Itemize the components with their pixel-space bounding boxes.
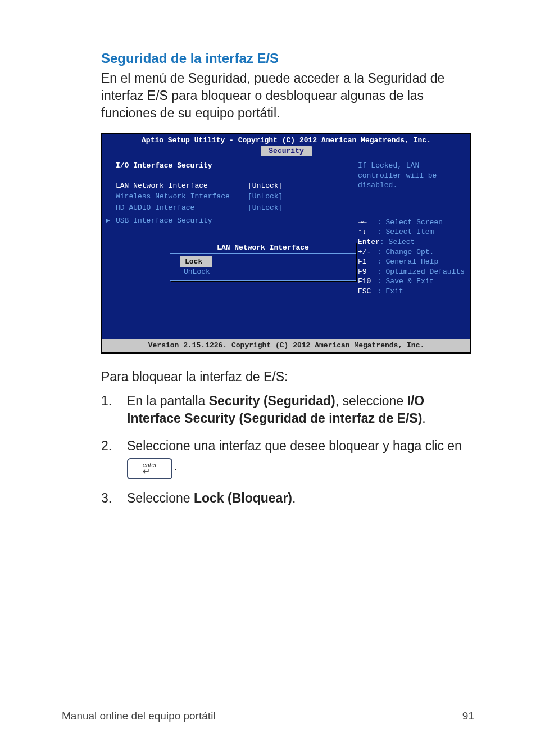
bios-footer: Version 2.15.1226. Copyright (C) 2012 Am… (102, 339, 470, 352)
bios-section-title: I/O Interface Security (116, 161, 345, 171)
enter-key-icon: enter ↵ (127, 458, 172, 479)
bios-popup: LAN Network Interface Lock UnLock (170, 242, 356, 281)
page-footer: Manual online del equipo portátil 91 (62, 704, 474, 722)
key-desc: : Select (380, 238, 415, 246)
bios-item-value: [UnLock] (248, 203, 283, 213)
option-label: Lock (180, 256, 212, 268)
key-desc: : Exit (377, 287, 403, 296)
key-name: ↑↓ (358, 227, 377, 237)
key-name: +/- (358, 247, 377, 257)
key-name: F10 (358, 277, 377, 287)
text: . (292, 491, 296, 505)
bios-help-text: If Locked, LAN controller will be disabl… (358, 161, 465, 191)
step-3: 3. Seleccione Lock (Bloquear). (101, 490, 474, 507)
keycap-glyph: ↵ (143, 467, 157, 476)
bios-item-value: [UnLock] (248, 192, 283, 202)
bios-popup-title: LAN Network Interface (170, 242, 356, 254)
bios-item-label: HD AUDIO Interface (116, 203, 248, 213)
step-2: 2. Seleccione una interfaz que desee blo… (101, 437, 474, 479)
bios-popup-option-unlock[interactable]: UnLock (180, 267, 356, 277)
bios-left-pane: I/O Interface Security LAN Network Inter… (102, 157, 351, 339)
bios-item-usb-submenu[interactable]: ▶ USB Interface Security (116, 216, 345, 226)
bios-right-pane: If Locked, LAN controller will be disabl… (351, 157, 470, 339)
bios-item-value: [UnLock] (248, 181, 283, 191)
key-name: F9 (358, 267, 377, 277)
key-name: F1 (358, 257, 377, 267)
option-label: UnLock (180, 267, 214, 277)
key-desc: : Optimized Defaults (377, 268, 465, 276)
bios-item-label: Wireless Network Interface (116, 192, 248, 202)
document-page: Seguridad de la interfaz E/S En el menú … (0, 0, 536, 756)
key-desc: : Change Opt. (377, 248, 434, 256)
bios-item-lan[interactable]: LAN Network Interface [UnLock] (116, 181, 345, 191)
text: , seleccione (335, 393, 407, 408)
key-desc: : Select Item (377, 228, 434, 236)
key-name: Enter (358, 237, 380, 247)
steps-list: 1. En la pantalla Security (Seguridad), … (101, 392, 474, 507)
intro-paragraph: En el menú de Seguridad, puede acceder a… (101, 70, 474, 122)
text: Seleccione una interfaz que desee bloque… (127, 438, 462, 453)
text: . (422, 411, 425, 425)
bios-screenshot: Aptio Setup Utility - Copyright (C) 2012… (101, 133, 471, 354)
step-number: 3. (101, 490, 127, 507)
key-name: →← (358, 218, 377, 228)
key-desc: : General Help (377, 257, 438, 266)
bold-text: Lock (Bloquear) (194, 491, 292, 505)
procedure-intro: Para bloquear la interfaz de E/S: (101, 369, 474, 384)
bios-item-label: USB Interface Security (116, 216, 248, 226)
bios-popup-option-lock[interactable]: Lock (180, 256, 356, 268)
text: Seleccione (127, 491, 194, 505)
page-number: 91 (462, 710, 474, 722)
step-body: Seleccione una interfaz que desee bloque… (127, 437, 474, 479)
step-body: En la pantalla Security (Seguridad), sel… (127, 392, 474, 427)
bios-key-legend: →←: Select Screen ↑↓: Select Item Enter:… (358, 218, 465, 296)
bios-item-wireless[interactable]: Wireless Network Interface [UnLock] (116, 192, 345, 202)
step-number: 2. (101, 437, 127, 479)
step-body: Seleccione Lock (Bloquear). (127, 490, 474, 507)
key-desc: : Select Screen (377, 218, 443, 227)
bios-tab-row: Security (102, 146, 470, 157)
key-name: ESC (358, 287, 377, 297)
key-desc: : Save & Exit (377, 277, 434, 286)
bios-body: I/O Interface Security LAN Network Inter… (102, 157, 470, 339)
bios-title: Aptio Setup Utility - Copyright (C) 2012… (102, 134, 470, 146)
footer-title: Manual online del equipo portátil (62, 710, 216, 722)
text: . (174, 459, 177, 473)
tab-security[interactable]: Security (261, 146, 311, 157)
bios-item-hdaudio[interactable]: HD AUDIO Interface [UnLock] (116, 203, 345, 213)
step-number: 1. (101, 392, 127, 427)
step-1: 1. En la pantalla Security (Seguridad), … (101, 392, 474, 427)
bold-text: Security (Seguridad) (209, 393, 335, 408)
section-heading: Seguridad de la interfaz E/S (101, 51, 474, 66)
submenu-arrow-icon: ▶ (106, 216, 110, 226)
text: En la pantalla (127, 393, 209, 408)
bios-item-label: LAN Network Interface (116, 181, 248, 191)
